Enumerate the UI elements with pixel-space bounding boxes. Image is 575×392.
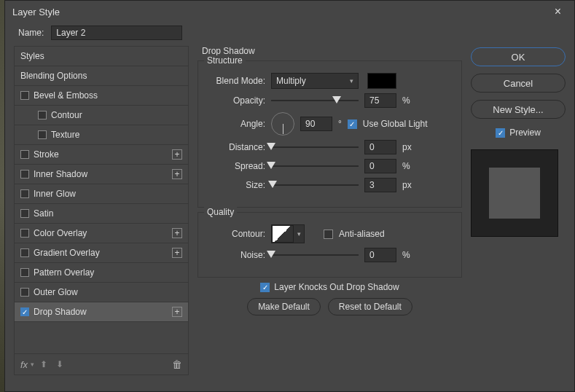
- angle-dial[interactable]: [271, 112, 294, 136]
- style-checkbox[interactable]: [20, 189, 29, 198]
- add-effect-icon[interactable]: +: [172, 307, 182, 317]
- size-input[interactable]: [364, 178, 396, 192]
- titlebar: Layer Style ×: [5, 1, 574, 23]
- style-row-gradient-overlay[interactable]: Gradient Overlay+: [15, 243, 188, 263]
- style-label: Texture: [51, 130, 79, 140]
- close-icon[interactable]: ×: [549, 2, 567, 21]
- style-checkbox[interactable]: [20, 268, 29, 277]
- knockout-label: Layer Knocks Out Drop Shadow: [274, 282, 399, 292]
- blend-mode-select[interactable]: Multiply ▾: [271, 73, 359, 89]
- add-effect-icon[interactable]: +: [172, 248, 182, 258]
- contour-picker[interactable]: ▾: [271, 224, 305, 243]
- preview-box: [471, 149, 558, 237]
- drop-shadow-settings: Drop Shadow Structure Blend Mode: Multip…: [197, 46, 462, 375]
- style-row-pattern-overlay[interactable]: Pattern Overlay: [15, 263, 188, 283]
- reset-default-button[interactable]: Reset to Default: [328, 298, 412, 315]
- style-checkbox[interactable]: [20, 209, 29, 218]
- distance-slider[interactable]: [271, 142, 359, 152]
- new-style-button[interactable]: New Style...: [471, 100, 566, 119]
- cancel-button[interactable]: Cancel: [471, 74, 566, 93]
- spread-slider[interactable]: [271, 161, 359, 171]
- style-row-bevel-emboss[interactable]: Bevel & Emboss: [15, 86, 188, 106]
- styles-panel: Styles Blending OptionsBevel & EmbossCon…: [14, 46, 189, 375]
- spread-label: Spread:: [208, 161, 265, 171]
- quality-group: Quality Contour: ▾ Anti-aliased Noise: %: [197, 212, 462, 278]
- opacity-slider[interactable]: [271, 95, 359, 106]
- angle-input[interactable]: [300, 117, 332, 131]
- preview-swatch: [489, 168, 540, 219]
- style-checkbox[interactable]: [38, 111, 47, 119]
- style-checkbox[interactable]: [20, 288, 29, 297]
- style-row-outer-glow[interactable]: Outer Glow: [15, 283, 188, 302]
- antialiased-checkbox[interactable]: [324, 230, 333, 239]
- style-label: Outer Glow: [34, 287, 78, 297]
- style-row-drop-shadow[interactable]: ✓Drop Shadow+: [15, 302, 188, 322]
- style-checkbox[interactable]: [20, 150, 29, 159]
- preview-checkbox[interactable]: ✓: [496, 128, 505, 138]
- style-row-blending-options[interactable]: Blending Options: [15, 66, 188, 86]
- style-row-satin[interactable]: Satin: [15, 204, 188, 224]
- add-effect-icon[interactable]: +: [172, 228, 182, 238]
- style-checkbox[interactable]: [20, 170, 29, 179]
- opacity-unit: %: [402, 95, 410, 106]
- layer-name-input[interactable]: [51, 26, 182, 40]
- add-effect-icon[interactable]: +: [172, 169, 182, 179]
- noise-slider[interactable]: [271, 250, 359, 260]
- move-up-icon[interactable]: ⬆: [37, 359, 50, 369]
- style-label: Pattern Overlay: [34, 267, 94, 278]
- size-slider[interactable]: [271, 180, 359, 190]
- chevron-down-icon: ▾: [294, 225, 304, 243]
- structure-legend: Structure: [204, 55, 246, 66]
- style-row-texture[interactable]: Texture: [15, 125, 188, 145]
- opacity-label: Opacity:: [208, 95, 265, 106]
- style-row-color-overlay[interactable]: Color Overlay+: [15, 224, 188, 243]
- trash-icon[interactable]: 🗑: [172, 358, 182, 370]
- add-effect-icon[interactable]: +: [172, 149, 182, 160]
- style-checkbox[interactable]: [20, 229, 29, 238]
- style-checkbox[interactable]: ✓: [20, 307, 29, 316]
- global-light-checkbox[interactable]: ✓: [348, 119, 357, 129]
- blend-mode-value: Multiply: [276, 76, 306, 86]
- style-label: Color Overlay: [34, 228, 87, 238]
- noise-input[interactable]: [364, 248, 396, 262]
- distance-input[interactable]: [364, 140, 396, 154]
- style-row-stroke[interactable]: Stroke+: [15, 145, 188, 165]
- spread-unit: %: [402, 161, 410, 171]
- structure-group: Structure Blend Mode: Multiply ▾ Opacity…: [197, 60, 462, 208]
- layer-style-dialog: Layer Style × Name: Styles Blending Opti…: [4, 0, 575, 392]
- preview-label: Preview: [509, 128, 541, 138]
- size-label: Size:: [208, 180, 265, 190]
- make-default-button[interactable]: Make Default: [247, 298, 321, 315]
- fx-icon[interactable]: fx: [20, 359, 28, 370]
- style-label: Inner Shadow: [34, 169, 87, 179]
- distance-label: Distance:: [208, 142, 265, 152]
- style-row-contour[interactable]: Contour: [15, 106, 188, 125]
- knockout-checkbox[interactable]: ✓: [260, 283, 270, 292]
- style-checkbox[interactable]: [20, 248, 29, 257]
- distance-unit: px: [402, 142, 412, 152]
- styles-header[interactable]: Styles: [15, 47, 188, 66]
- opacity-input[interactable]: [364, 93, 396, 108]
- style-row-inner-shadow[interactable]: Inner Shadow+: [15, 165, 188, 184]
- shadow-color-swatch[interactable]: [367, 73, 396, 89]
- style-label: Satin: [34, 208, 53, 219]
- style-label: Blending Options: [20, 71, 87, 81]
- spread-input[interactable]: [364, 159, 396, 173]
- style-checkbox[interactable]: [20, 91, 29, 100]
- contour-thumbnail: [272, 225, 294, 243]
- style-checkbox[interactable]: [38, 130, 47, 139]
- angle-unit: °: [338, 119, 342, 129]
- blend-mode-label: Blend Mode:: [208, 76, 265, 86]
- quality-legend: Quality: [204, 207, 237, 217]
- chevron-down-icon: ▾: [350, 77, 353, 85]
- style-row-inner-glow[interactable]: Inner Glow: [15, 184, 188, 204]
- style-label: Bevel & Emboss: [34, 90, 98, 101]
- noise-unit: %: [402, 250, 410, 260]
- move-down-icon[interactable]: ⬇: [53, 359, 66, 369]
- style-label: Inner Glow: [34, 189, 76, 199]
- dialog-actions: OK Cancel New Style... ✓ Preview: [471, 46, 566, 375]
- ok-button[interactable]: OK: [471, 47, 566, 66]
- style-label: Drop Shadow: [34, 307, 87, 317]
- section-title: Drop Shadow: [202, 46, 462, 56]
- contour-label: Contour:: [208, 229, 265, 239]
